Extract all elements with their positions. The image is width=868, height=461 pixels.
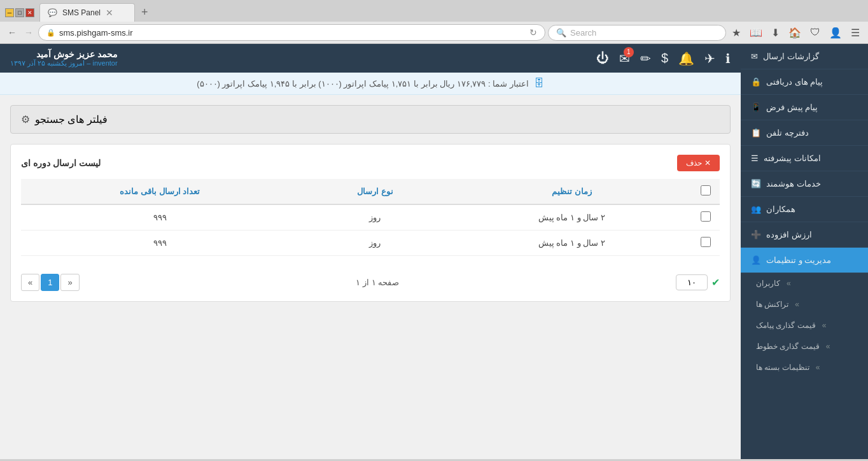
table-row: ۲ سال و ۱ ماه پیش روز ۹۹۹ [21,230,720,256]
search-bar[interactable]: 🔍 Search [548,25,726,41]
sidebar-item-label: همکاران [766,204,795,214]
phonebook-icon: 📋 [751,128,761,138]
user-info: محمد عزیز خوش آمید inventor – امروز یکشن… [10,49,118,67]
credit-bar: 🗄 اعتبار شما : ۱۷۶,۷۷۹ ریال برابر با ۱,۷… [0,73,741,95]
sidebar-item-partners[interactable]: همکاران 👥 [741,197,868,222]
account-button[interactable]: 👤 [826,25,845,40]
shield-button[interactable]: 🛡 [807,25,823,39]
sidebar-item-value[interactable]: ارزش افزوده ➕ [741,222,868,248]
sidebar-item-reports[interactable]: گزارشات ارسال ✉ [741,44,868,69]
power-button[interactable]: ⏻ [596,51,609,66]
sidebar-item-draft[interactable]: پیام پیش فرض 📱 [741,95,868,120]
page-1-button[interactable]: 1 [41,274,59,291]
browser-tab[interactable]: 💬 SMS Panel ✕ [39,3,135,22]
search-icon: 🔍 [556,28,566,38]
new-tab-button[interactable]: + [137,4,152,20]
partners-icon: 👥 [751,204,761,214]
sidebar-item-received[interactable]: پیام های دریافتی 🔒 [741,69,868,95]
row-checkbox[interactable] [701,237,711,247]
table-title: لیست ارسال دوره ای [21,158,101,168]
page-size-confirm-button[interactable]: ✔ [711,276,720,288]
forward-button[interactable]: → [22,26,36,39]
send-button[interactable]: ✈ [704,51,715,66]
filter-label: فیلتر های جستجو [35,113,108,125]
delete-label: حذف [686,159,702,167]
prev-page-button[interactable]: « [21,274,39,291]
dollar-button[interactable]: $ [661,51,668,66]
sidebar-sub-item-line-price[interactable]: قیمت گذاری خطوط [741,336,868,357]
database-icon: 🗄 [534,78,544,89]
sidebar-sub-item-transactions[interactable]: تراکنش ها [741,294,868,315]
sidebar-item-advanced[interactable]: امکانات پیشرفته ☰ [741,146,868,171]
sidebar-item-label: پیام های دریافتی [766,77,823,87]
address-bar[interactable]: 🔒 sms.pishgam-sms.ir ↻ [38,24,545,41]
pagination-row: ✔ صفحه ۱ از ۱ « 1 » [21,266,720,291]
row-checkbox[interactable] [701,211,711,222]
close-window-button[interactable]: ✕ [25,8,34,17]
draft-icon: 📱 [751,103,761,112]
reader-mode-button[interactable]: 📖 [746,25,766,40]
url-text: sms.pishgam-sms.ir [59,28,526,38]
cell-send-type: روز [298,230,451,256]
user-role: inventor [93,59,118,67]
header-icons: ⏻ ✉ 1 ✏ $ 🔔 ✈ ℹ [596,51,731,66]
mail-badge: 1 [624,47,634,57]
delete-x-icon: ✕ [704,159,711,167]
main-content: ⏻ ✉ 1 ✏ $ 🔔 ✈ ℹ محمد عزیز خوش آمید inven… [0,44,741,459]
tab-title: SMS Panel [62,8,101,17]
cell-setup-time: ۲ سال و ۱ ماه پیش [452,204,692,230]
sub-item-label: قیمت گذاری پیامک [756,321,816,330]
sidebar-sub-item-sms-price[interactable]: قیمت گذاری پیامک [741,315,868,336]
row-checkbox-cell [692,204,720,230]
filter-gear-icon: ⚙ [21,113,30,125]
user-date: inventor – امروز یکشنبه ۲۵ آذر ۱۳۹۷ [10,59,118,67]
page-size-input[interactable] [676,274,708,290]
data-table: زمان تنظیم نوع ارسال تعداد ارسال باقی ما… [21,179,720,256]
select-all-checkbox[interactable] [701,185,711,195]
sidebar-item-label: گزارشات ارسال [763,52,819,61]
minimize-button[interactable]: ─ [5,8,14,17]
separator: – [85,59,90,67]
sub-item-label: کاربران [756,279,780,288]
sidebar-item-management[interactable]: مدیریت و تنظیمات 👤 [741,248,868,273]
value-icon: ➕ [751,230,761,239]
bell-button[interactable]: 🔔 [678,51,694,66]
user-name: محمد عزیز خوش آمید [10,49,118,59]
sidebar-item-label: دفترچه تلفن [766,128,809,138]
advanced-icon: ☰ [751,153,759,163]
bookmark-star-button[interactable]: ★ [729,25,744,40]
sidebar: گزارشات ارسال ✉ پیام های دریافتی 🔒 پیام … [741,44,868,459]
date-text: امروز یکشنبه ۲۵ آذر ۱۳۹۷ [10,59,85,67]
back-button[interactable]: ← [5,26,19,39]
sidebar-item-label: پیام پیش فرض [766,103,818,112]
sub-item-label: تنظیمات بسته ها [756,363,809,372]
maximize-button[interactable]: □ [15,8,24,17]
download-button[interactable]: ⬇ [768,25,783,40]
sub-item-label: قیمت گذاری خطوط [756,342,820,351]
sidebar-item-phonebook[interactable]: دفترچه تلفن 📋 [741,120,868,146]
top-header: ⏻ ✉ 1 ✏ $ 🔔 ✈ ℹ محمد عزیز خوش آمید inven… [0,44,741,73]
delete-button[interactable]: ✕ حذف [677,155,720,171]
tab-icon: 💬 [48,8,57,17]
edit-button[interactable]: ✏ [640,51,651,66]
sidebar-item-label: ارزش افزوده [766,230,812,239]
tab-close-icon[interactable]: ✕ [106,8,113,18]
sidebar-item-smart[interactable]: خدمات هوشمند 🔄 [741,171,868,197]
table-header: ✕ حذف لیست ارسال دوره ای [21,155,720,171]
mail-button[interactable]: ✉ 1 [619,51,630,66]
next-page-button[interactable]: » [60,274,79,291]
sidebar-item-label: امکانات پیشرفته [764,153,821,163]
info-button[interactable]: ℹ [725,51,731,66]
cell-setup-time: ۲ سال و ۱ ماه پیش [452,230,692,256]
menu-button[interactable]: ☰ [848,25,863,40]
sidebar-sub-item-package-settings[interactable]: تنظیمات بسته ها [741,357,868,378]
sidebar-sub-item-users[interactable]: کاربران [741,273,868,294]
cell-remaining: ۹۹۹ [21,204,298,230]
sub-item-label: تراکنش ها [756,300,788,309]
page-info: صفحه ۱ از ۱ [356,278,399,287]
table-row: ۲ سال و ۱ ماه پیش روز ۹۹۹ [21,204,720,230]
refresh-button[interactable]: ↻ [529,27,537,38]
search-placeholder: Search [570,28,596,38]
home-button[interactable]: 🏠 [785,25,804,40]
table-section: ✕ حذف لیست ارسال دوره ای زمان تنظیم نوع … [10,144,731,302]
